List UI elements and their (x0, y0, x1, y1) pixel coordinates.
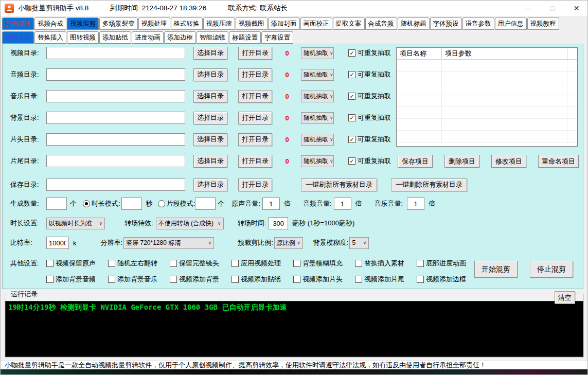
tab-row1-0[interactable]: 分割提取 (2, 17, 34, 30)
save-directory-input[interactable] (46, 178, 185, 191)
project-table-row[interactable] (397, 60, 577, 72)
extract-mode-dropdown[interactable]: 随机抽取 ∨ (301, 47, 334, 59)
tab-row1-12[interactable]: 随机标题 (398, 17, 430, 30)
other-setting-checkbox[interactable]: 视频添加贴纸 (231, 275, 293, 284)
other-setting-checkbox[interactable]: 视频添加片尾 (355, 275, 417, 284)
extract-mode-dropdown[interactable]: 随机抽取 ∨ (301, 155, 334, 167)
project-table[interactable]: 项目名称 项目参数 (396, 47, 578, 147)
extract-mode-dropdown[interactable]: 随机抽取 ∨ (301, 134, 334, 146)
close-button[interactable]: ✕ (564, 1, 588, 16)
tab-row1-14[interactable]: 语音参数 (462, 17, 494, 30)
tab-row2-2[interactable]: 图转视频 (67, 31, 99, 44)
tab-row1-7[interactable]: 视频截图 (236, 17, 268, 30)
other-setting-checkbox[interactable]: 保留完整镜头 (170, 259, 231, 268)
open-save-directory-button[interactable]: 打开目录 (238, 178, 272, 191)
tab-row2-0[interactable]: 混剪合成 (2, 31, 34, 44)
audio-volume-input[interactable] (334, 198, 351, 210)
segment-mode-radio[interactable] (158, 200, 165, 207)
project-table-row[interactable] (397, 72, 577, 83)
tab-row1-13[interactable]: 字体预设 (430, 17, 462, 30)
directory-path-input[interactable] (46, 90, 185, 102)
original-volume-input[interactable] (262, 198, 280, 210)
other-setting-checkbox[interactable]: 视频添加片头 (293, 275, 355, 284)
tab-row1-9[interactable]: 画面校正 (300, 17, 332, 30)
tab-row2-8[interactable]: 字幕设置 (261, 31, 293, 44)
minimize-button[interactable]: — (516, 1, 540, 16)
tab-row1-6[interactable]: 视频压缩 (203, 17, 235, 30)
other-setting-checkbox[interactable]: 视频添加背景 (170, 275, 231, 284)
extract-mode-dropdown[interactable]: 随机抽取 ∨ (301, 112, 334, 124)
other-setting-checkbox[interactable]: 添加背景音频 (46, 275, 108, 284)
tab-row2-7[interactable]: 标题设置 (229, 31, 261, 44)
other-setting-checkbox[interactable]: 替换插入素材 (355, 259, 417, 268)
select-directory-button[interactable]: 选择目录 (193, 68, 227, 81)
directory-path-input[interactable] (46, 112, 185, 124)
project-action-button-0[interactable]: 保存项目 (398, 155, 433, 168)
allow-duplicate-checkbox[interactable]: ✓ 可重复抽取 (348, 48, 391, 58)
project-table-row[interactable] (397, 107, 577, 119)
tab-row1-16[interactable]: 视频教程 (527, 17, 559, 30)
open-directory-button[interactable]: 打开目录 (238, 133, 272, 146)
transition-dropdown[interactable]: 不使用转场 (合成快) ∨ (156, 218, 224, 229)
project-table-row[interactable] (397, 131, 577, 142)
directory-path-input[interactable] (46, 133, 185, 146)
precut-ratio-dropdown[interactable]: 原比例 ∨ (274, 237, 303, 249)
tab-row2-4[interactable]: 进度动画 (132, 31, 164, 44)
tab-row1-5[interactable]: 格式转换 (171, 17, 203, 30)
duration-seconds-input[interactable] (121, 198, 142, 210)
duration-mode-dropdown[interactable]: 以视频时长为准 ∨ (46, 218, 105, 229)
bitrate-input[interactable] (46, 237, 69, 249)
select-directory-button[interactable]: 选择目录 (193, 133, 227, 146)
allow-duplicate-checkbox[interactable]: ✓ 可重复抽取 (348, 70, 391, 79)
open-directory-button[interactable]: 打开目录 (238, 112, 272, 124)
tab-row2-1[interactable]: 替换插入 (34, 31, 66, 44)
stop-mix-button[interactable]: 停止混剪 (530, 261, 573, 278)
allow-duplicate-checkbox[interactable]: ✓ 可重复抽取 (348, 156, 391, 166)
tab-row1-2[interactable]: 视频混剪 (67, 17, 99, 30)
open-directory-button[interactable]: 打开目录 (238, 155, 272, 168)
delete-all-materials-button[interactable]: 一键删除所有素材目录 (391, 178, 467, 191)
project-table-row[interactable] (397, 83, 577, 95)
other-setting-checkbox[interactable]: 视频保留原声 (46, 259, 108, 268)
extract-mode-dropdown[interactable]: 随机抽取 ∨ (301, 91, 334, 102)
other-setting-checkbox[interactable]: 视频添加边框 (417, 275, 478, 284)
contact-label[interactable]: 联系方式: 联系站长 (228, 4, 288, 13)
tab-row2-3[interactable]: 添加贴纸 (99, 31, 131, 44)
project-table-row[interactable] (397, 119, 577, 131)
maximize-button[interactable]: □ (540, 1, 564, 16)
allow-duplicate-checkbox[interactable]: ✓ 可重复抽取 (348, 113, 391, 122)
start-mix-button[interactable]: 开始混剪 (474, 261, 518, 278)
other-setting-checkbox[interactable]: 底部进度动画 (417, 259, 478, 268)
tab-row1-10[interactable]: 提取文案 (333, 17, 365, 30)
project-action-button-1[interactable]: 删除项目 (444, 155, 479, 168)
select-directory-button[interactable]: 选择目录 (193, 155, 227, 168)
duration-mode-radio[interactable] (83, 200, 90, 207)
tab-row1-1[interactable]: 视频合成 (34, 17, 66, 30)
clear-log-button[interactable]: 清空 (555, 291, 575, 304)
project-action-button-3[interactable]: 重命名项目 (538, 155, 579, 168)
directory-path-input[interactable] (46, 47, 185, 59)
select-save-directory-button[interactable]: 选择目录 (193, 178, 227, 191)
generate-count-input[interactable] (46, 198, 67, 210)
other-setting-checkbox[interactable]: 随机左右翻转 (108, 259, 170, 268)
project-action-button-2[interactable]: 修改项目 (491, 155, 526, 168)
allow-duplicate-checkbox[interactable]: ✓ 可重复抽取 (348, 92, 391, 101)
select-directory-button[interactable]: 选择目录 (193, 112, 227, 124)
refresh-all-materials-button[interactable]: 一键刷新所有素材目录 (301, 178, 377, 191)
select-directory-button[interactable]: 选择目录 (193, 47, 227, 60)
directory-path-input[interactable] (46, 68, 185, 81)
tab-row1-8[interactable]: 添加封面 (268, 17, 300, 30)
transition-time-input[interactable] (269, 217, 288, 229)
music-volume-input[interactable] (407, 198, 424, 210)
log-console[interactable]: 19时14分19秒 检测到显卡 NVIDIA GeForce GTX 1060 … (5, 301, 583, 357)
tab-row1-4[interactable]: 视频处理 (138, 17, 170, 30)
open-directory-button[interactable]: 打开目录 (238, 68, 272, 81)
tab-row2-5[interactable]: 添加边框 (164, 31, 196, 44)
other-setting-checkbox[interactable]: 应用视频处理 (231, 259, 293, 268)
open-directory-button[interactable]: 打开目录 (238, 47, 272, 60)
tab-row1-11[interactable]: 合成音频 (365, 17, 397, 30)
extract-mode-dropdown[interactable]: 随机抽取 ∨ (301, 69, 334, 81)
open-directory-button[interactable]: 打开目录 (238, 90, 272, 103)
resolution-dropdown[interactable]: 竖屏 720*1280 标清 ∨ (123, 237, 214, 249)
tab-row1-15[interactable]: 用户信息 (495, 17, 527, 30)
